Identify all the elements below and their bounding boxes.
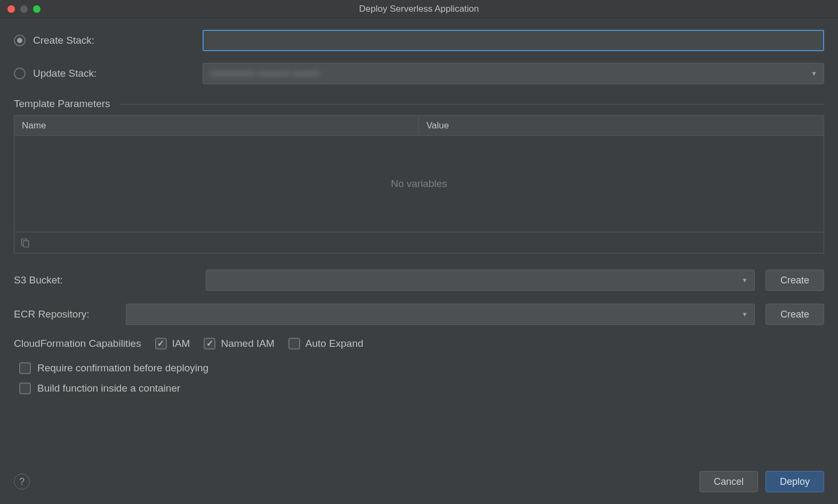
named-iam-checkbox-item[interactable]: Named IAM	[204, 338, 274, 349]
ecr-repo-row: ECR Repository: ▼ Create	[14, 304, 824, 325]
require-confirmation-checkbox[interactable]	[19, 362, 31, 374]
create-stack-label: Create Stack:	[33, 35, 94, 46]
s3-bucket-select[interactable]: ▼	[206, 270, 755, 291]
window-controls	[0, 5, 41, 13]
chevron-down-icon: ▼	[742, 277, 748, 284]
update-stack-radio-group[interactable]: Update Stack:	[14, 68, 195, 79]
table-empty: No variables	[14, 136, 824, 232]
col-name[interactable]: Name	[14, 116, 419, 135]
build-container-row[interactable]: Build function inside a container	[19, 383, 824, 394]
col-value[interactable]: Value	[419, 120, 824, 131]
create-stack-radio[interactable]	[14, 35, 26, 46]
create-stack-row: Create Stack:	[14, 30, 824, 51]
template-parameters-header: Template Parameters	[14, 98, 824, 110]
template-parameters-table: Name Value No variables	[14, 115, 824, 254]
chevron-down-icon: ▼	[811, 70, 817, 77]
help-button[interactable]: ?	[14, 474, 30, 490]
iam-checkbox-item[interactable]: IAM	[155, 338, 190, 349]
iam-label: IAM	[172, 338, 190, 349]
create-stack-radio-group[interactable]: Create Stack:	[14, 35, 195, 46]
auto-expand-label: Auto Expand	[305, 338, 364, 349]
iam-checkbox[interactable]	[155, 338, 167, 349]
build-container-label: Build function inside a container	[37, 383, 180, 394]
ecr-repo-select[interactable]: ▼	[126, 304, 755, 325]
chevron-down-icon: ▼	[742, 311, 748, 318]
dialog-footer: ? Cancel Deploy	[14, 464, 824, 492]
s3-bucket-row: S3 Bucket: ▼ Create	[14, 270, 824, 291]
capabilities-label: CloudFormation Capabilities	[14, 338, 141, 349]
require-confirmation-label: Require confirmation before deploying	[37, 362, 208, 374]
template-parameters-label: Template Parameters	[14, 98, 110, 110]
require-confirmation-row[interactable]: Require confirmation before deploying	[19, 362, 824, 374]
deploy-serverless-dialog: Deploy Serverless Application Create Sta…	[0, 0, 838, 504]
auto-expand-checkbox[interactable]	[288, 338, 300, 349]
svg-rect-1	[23, 240, 29, 247]
titlebar: Deploy Serverless Application	[0, 0, 838, 18]
update-stack-select[interactable]: xxxxxxxxxx-xxxxxxx-xxxxxx ▼	[203, 63, 824, 84]
table-header: Name Value	[14, 116, 824, 136]
update-stack-value-obscured: xxxxxxxxxx-xxxxxxx-xxxxxx	[210, 68, 320, 79]
ecr-repo-label: ECR Repository:	[14, 308, 115, 320]
dialog-content: Create Stack: Update Stack: xxxxxxxxxx-x…	[0, 18, 838, 504]
named-iam-label: Named IAM	[221, 338, 274, 349]
minimize-window-button[interactable]	[20, 5, 28, 13]
deploy-button[interactable]: Deploy	[766, 471, 824, 492]
update-stack-label: Update Stack:	[33, 68, 96, 79]
update-stack-row: Update Stack: xxxxxxxxxx-xxxxxxx-xxxxxx …	[14, 63, 824, 84]
s3-bucket-label: S3 Bucket:	[14, 274, 195, 286]
cancel-button[interactable]: Cancel	[699, 471, 758, 492]
close-window-button[interactable]	[7, 5, 15, 13]
auto-expand-checkbox-item[interactable]: Auto Expand	[288, 338, 364, 349]
ecr-create-button[interactable]: Create	[766, 304, 824, 325]
capabilities-row: CloudFormation Capabilities IAM Named IA…	[14, 338, 824, 349]
divider	[120, 104, 824, 104]
named-iam-checkbox[interactable]	[204, 338, 215, 349]
update-stack-radio[interactable]	[14, 68, 26, 79]
s3-create-button[interactable]: Create	[766, 270, 824, 291]
create-stack-input[interactable]	[203, 30, 824, 51]
table-footer	[14, 232, 824, 253]
build-container-checkbox[interactable]	[19, 383, 31, 394]
window-title: Deploy Serverless Application	[0, 4, 838, 14]
maximize-window-button[interactable]	[33, 5, 41, 13]
copy-icon[interactable]	[20, 238, 30, 248]
